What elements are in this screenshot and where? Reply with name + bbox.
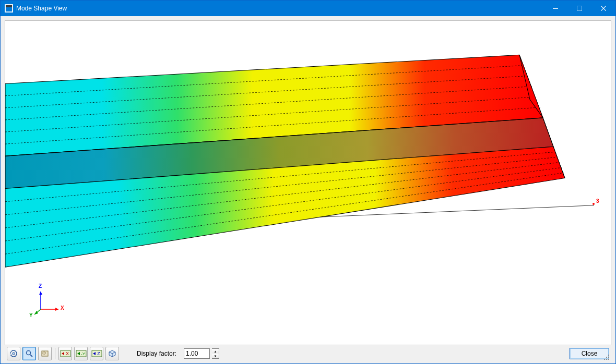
rotate-view-button[interactable] — [7, 347, 20, 360]
axis-label-x: X — [61, 305, 64, 311]
svg-rect-49 — [606, 359, 607, 360]
svg-rect-46 — [606, 357, 607, 358]
toolbar-separator — [55, 348, 55, 359]
window-close-button[interactable] — [591, 1, 615, 16]
mode-shape-render — [5, 21, 611, 345]
app-icon — [5, 4, 13, 13]
node-label-3: 3 — [596, 198, 599, 204]
node-dot-3 — [593, 203, 595, 205]
svg-line-32 — [30, 355, 32, 357]
viewport-3d[interactable]: 3 X Z Y — [5, 20, 611, 345]
mode-shape-view-window: Mode Shape View — [0, 0, 616, 364]
axis-triad: X Z Y — [31, 282, 68, 319]
close-button[interactable]: Close — [570, 348, 609, 359]
svg-text:X: X — [65, 351, 68, 356]
client-area: 3 X Z Y — [1, 16, 615, 364]
select-region-button[interactable] — [38, 347, 52, 360]
svg-point-30 — [13, 353, 15, 355]
svg-text:Z: Z — [97, 351, 100, 356]
minimize-button[interactable] — [543, 1, 567, 16]
svg-rect-48 — [604, 359, 605, 360]
view-iso-button[interactable] — [105, 347, 119, 360]
spinner-down-button[interactable]: ▼ — [212, 354, 219, 358]
axis-label-y: Y — [29, 312, 33, 318]
svg-marker-28 — [34, 311, 38, 314]
axis-label-z: Z — [39, 283, 42, 289]
window-title: Mode Shape View — [16, 5, 543, 12]
svg-rect-50 — [608, 359, 609, 360]
view-x-button[interactable]: X — [58, 347, 72, 360]
view-z-button[interactable]: Z — [90, 347, 103, 360]
display-factor-input[interactable] — [184, 348, 210, 359]
svg-rect-45 — [608, 355, 609, 356]
svg-rect-47 — [608, 357, 609, 358]
svg-marker-26 — [39, 292, 42, 295]
spinner-up-button[interactable]: ▲ — [212, 349, 219, 354]
view-ny-button[interactable]: -Y — [74, 347, 88, 360]
svg-marker-24 — [55, 308, 58, 311]
resize-grip-icon[interactable] — [604, 355, 610, 361]
svg-text:-Y: -Y — [81, 351, 86, 356]
display-factor-label: Display factor: — [137, 350, 176, 357]
svg-point-31 — [27, 351, 31, 355]
bottom-toolbar: X -Y Z Display factor: ▲ ▼ Close — [5, 345, 611, 362]
svg-rect-4 — [577, 6, 582, 11]
display-factor-spinner[interactable]: ▲ ▼ — [212, 348, 219, 359]
svg-marker-29 — [10, 354, 12, 356]
svg-rect-3 — [553, 8, 558, 9]
zoom-button[interactable] — [22, 347, 36, 360]
titlebar[interactable]: Mode Shape View — [1, 1, 615, 16]
maximize-button[interactable] — [567, 1, 591, 16]
svg-rect-2 — [6, 5, 12, 7]
